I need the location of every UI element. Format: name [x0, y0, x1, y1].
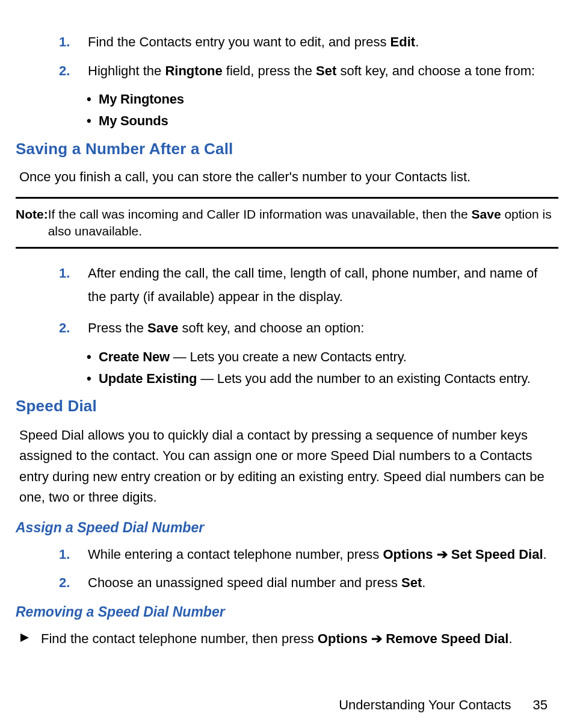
text: Find the contact telephone number, then … — [41, 631, 318, 646]
bold-set-speed-dial: Set Speed Dial — [451, 547, 543, 562]
step-body: Choose an unassigned speed dial number a… — [88, 574, 558, 592]
bullet-my-ringtones: • My Ringtones — [87, 90, 558, 108]
step-number: 1. — [59, 262, 88, 308]
note-label: Note: — [16, 206, 48, 240]
note-block: Note: If the call was incoming and Calle… — [16, 197, 558, 249]
text: While entering a contact telephone numbe… — [88, 547, 383, 562]
bold-ringtone: Ringtone — [165, 63, 222, 78]
text: — Lets you add the number to an existing… — [197, 371, 530, 386]
step-number: 1. — [59, 546, 88, 564]
text: soft key, and choose a tone from: — [336, 63, 535, 78]
step-body: After ending the call, the call time, le… — [88, 262, 558, 308]
bullet-body: Update Existing — Lets you add the numbe… — [99, 370, 531, 388]
footer-section: Understanding Your Contacts — [339, 697, 511, 712]
heading-speed-dial: Speed Dial — [16, 396, 558, 417]
arrow-icon: ➔ — [433, 547, 451, 562]
note-body: If the call was incoming and Caller ID i… — [48, 206, 558, 240]
bullet-icon: • — [87, 112, 99, 130]
bold-set: Set — [401, 575, 422, 590]
step-2: 2. Highlight the Ringtone field, press t… — [59, 62, 558, 80]
step-1: 1. While entering a contact telephone nu… — [59, 546, 558, 564]
bold-set: Set — [316, 63, 336, 78]
text: If the call was incoming and Caller ID i… — [48, 207, 472, 221]
remove-body: Find the contact telephone number, then … — [41, 630, 513, 648]
step-number: 2. — [59, 319, 88, 337]
bullet-icon: • — [87, 370, 99, 388]
step-number: 1. — [59, 33, 88, 51]
bullet-body: Create New — Lets you create a new Conta… — [99, 348, 407, 366]
text: . — [508, 631, 512, 646]
step-2: 2. Choose an unassigned speed dial numbe… — [59, 574, 558, 592]
heading-assign-speed-dial: Assign a Speed Dial Number — [16, 518, 558, 537]
bold-update-existing: Update Existing — [99, 371, 197, 386]
bold-create-new: Create New — [99, 349, 170, 364]
text: . — [415, 34, 419, 49]
remove-step: Find the contact telephone number, then … — [19, 630, 558, 648]
top-steps: 1. Find the Contacts entry you want to e… — [59, 33, 558, 130]
bold-options: Options — [318, 631, 368, 646]
arrow-icon: ➔ — [368, 631, 386, 646]
bold-edit: Edit — [390, 34, 416, 49]
bullet-my-sounds: • My Sounds — [87, 112, 558, 130]
saving-steps: 1. After ending the call, the call time,… — [59, 262, 558, 387]
text: Find the Contacts entry you want to edit… — [88, 34, 390, 49]
text: Press the — [88, 320, 147, 335]
bullet-create-new: • Create New — Lets you create a new Con… — [87, 348, 558, 366]
bold-remove-speed-dial: Remove Speed Dial — [386, 631, 508, 646]
text: . — [422, 575, 425, 590]
step-body: Highlight the Ringtone field, press the … — [88, 62, 558, 80]
bullet-update-existing: • Update Existing — Lets you add the num… — [87, 370, 558, 388]
text: Choose an unassigned speed dial number a… — [88, 575, 401, 590]
bold-save: Save — [472, 207, 501, 221]
bullet-label: My Sounds — [99, 112, 168, 130]
speed-paragraph: Speed Dial allows you to quickly dial a … — [19, 425, 558, 507]
saving-paragraph: Once you finish a call, you can store th… — [19, 168, 558, 186]
heading-saving-number: Saving a Number After a Call — [16, 138, 558, 160]
text: Highlight the — [88, 63, 165, 78]
step-1: 1. Find the Contacts entry you want to e… — [59, 33, 558, 51]
heading-remove-speed-dial: Removing a Speed Dial Number — [16, 603, 558, 621]
text: soft key, and choose an option: — [178, 320, 364, 335]
bold-save: Save — [147, 320, 178, 335]
assign-steps: 1. While entering a contact telephone nu… — [59, 546, 558, 592]
text: . — [543, 547, 547, 562]
step-1: 1. After ending the call, the call time,… — [59, 262, 558, 308]
footer-page-number: 35 — [533, 696, 548, 714]
bullet-icon: • — [87, 90, 99, 108]
bullet-icon: • — [87, 348, 99, 366]
step-number: 2. — [59, 574, 88, 592]
svg-marker-0 — [20, 633, 29, 642]
step-body: Find the Contacts entry you want to edit… — [88, 33, 558, 51]
bullet-label: My Ringtones — [99, 90, 184, 108]
step-body: While entering a contact telephone numbe… — [88, 546, 558, 564]
step-number: 2. — [59, 62, 88, 80]
text: field, press the — [223, 63, 316, 78]
page-footer: Understanding Your Contacts 35 — [16, 696, 558, 714]
triangle-icon — [19, 630, 41, 648]
bold-options: Options — [383, 547, 433, 562]
step-body: Press the Save soft key, and choose an o… — [88, 319, 558, 337]
text: — Lets you create a new Contacts entry. — [170, 349, 407, 364]
step-2: 2. Press the Save soft key, and choose a… — [59, 319, 558, 337]
